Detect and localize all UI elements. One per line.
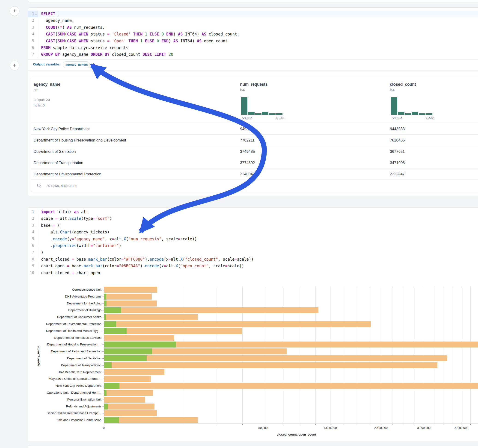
code-text: COUNT(*) AS num_requests,	[41, 24, 105, 31]
table-row[interactable]: New York City Police Department945313194…	[31, 123, 478, 135]
code-line[interactable]: 7GROUP BY agency_name ORDER BY closed_co…	[28, 51, 478, 58]
table-cell: New York City Police Department	[34, 123, 90, 134]
code-text: CAST(SUM(CASE WHEN status = 'Closed' THE…	[41, 31, 239, 37]
table-cell: Department of Environmental Protection	[34, 168, 101, 180]
text-cursor	[58, 12, 58, 16]
code-line[interactable]: 2 agency_name,	[28, 17, 478, 24]
code-line[interactable]: 7)	[28, 249, 478, 256]
column-stat: unique: 20	[34, 98, 50, 102]
table-cell: Department of Sanitation	[34, 146, 76, 157]
code-text: alt.Chart(agency_tickets)	[41, 229, 110, 236]
code-text: chart_closed + chart_open	[41, 270, 100, 276]
line-number: 10	[28, 270, 38, 276]
code-line[interactable]: 5 CAST(SUM(CASE WHEN status = 'Open' THE…	[28, 38, 478, 44]
table-cell: 3749485	[240, 146, 255, 157]
histogram-bar	[398, 112, 404, 115]
column-type: i64	[240, 88, 245, 92]
code-line[interactable]: 3 COUNT(*) AS num_requests,	[28, 24, 478, 31]
line-number: 9	[28, 263, 38, 269]
line-number: 3⌄	[28, 222, 38, 229]
code-text: FROM sample_data.nyc.service_requests	[41, 44, 128, 51]
code-text: .properties(width="container")	[41, 243, 121, 249]
table-footer: 20 rows, 4 columns	[31, 180, 478, 192]
output-variable-label: Output variable:	[33, 62, 60, 66]
histogram-bar	[419, 113, 425, 115]
line-number: 5	[28, 236, 38, 243]
code-line[interactable]: 4 CAST(SUM(CASE WHEN status = 'Closed' T…	[28, 31, 478, 37]
code-text: SELECT	[41, 11, 58, 17]
column-histogram	[391, 97, 432, 115]
python-code-editor[interactable]: 1import altair as alt2scale = alt.Scale(…	[28, 209, 478, 276]
column-type: str	[34, 88, 38, 92]
line-number: 6	[28, 44, 38, 51]
histogram-bar	[276, 113, 283, 115]
sql-code-editor[interactable]: 1⌄SELECT 2 agency_name,3 COUNT(*) AS num…	[28, 11, 478, 58]
divider	[28, 59, 478, 60]
code-text: GROUP BY agency_name ORDER BY closed_cou…	[41, 51, 173, 58]
code-text: base = (	[41, 222, 60, 229]
fold-chevron-icon[interactable]: ⌄	[34, 11, 38, 17]
histogram-bar	[248, 112, 254, 115]
code-line[interactable]: 3⌄base = (	[28, 222, 478, 229]
previous-cell-edge	[28, 0, 478, 2]
line-number: 8	[28, 256, 38, 263]
histogram-bar	[262, 112, 268, 115]
code-line[interactable]: 1import altair as alt	[28, 209, 478, 215]
histogram-bar	[255, 113, 262, 115]
table-row[interactable]: Department of Sanitation37494853677651	[31, 146, 478, 157]
code-text: CAST(SUM(CASE WHEN status = 'Open' THEN …	[41, 38, 228, 44]
code-line[interactable]: 5 .encode(y="agency_name", x=alt.X("num_…	[28, 236, 478, 243]
table-cell: 3677651	[390, 146, 405, 157]
table-cell: 2240041	[240, 168, 255, 180]
table-row[interactable]: Department of Environmental Protection22…	[31, 168, 478, 180]
code-line[interactable]: 10chart_closed + chart_open	[28, 270, 478, 276]
line-number: 4	[28, 229, 38, 236]
column-histogram	[241, 97, 283, 115]
code-line[interactable]: 1⌄SELECT	[28, 11, 478, 17]
table-cell: Department of Housing Preservation and D…	[34, 135, 126, 146]
result-table: 20 rows, 4 columns agency_namestrunique:…	[31, 77, 478, 192]
notebook-page: { "colors": { "arrow": "#2E5BDF", "bar_c…	[0, 0, 478, 448]
column-header[interactable]: agency_name	[34, 82, 60, 87]
code-text: scale = alt.Scale(type="sqrt")	[41, 215, 112, 222]
table-row[interactable]: Department of Housing Preservation and D…	[31, 134, 478, 146]
histogram-bar	[412, 112, 418, 115]
line-number: 2	[28, 215, 38, 222]
add-cell-button-output[interactable]: +	[10, 61, 19, 70]
histogram-bar	[391, 97, 397, 115]
code-text: .encode(y="agency_name", x=alt.X("num_re…	[41, 236, 197, 243]
histogram-bar	[269, 113, 275, 115]
column-header[interactable]: closed_count	[390, 82, 416, 87]
table-cell: 3471908	[390, 157, 405, 168]
line-number: 4	[28, 31, 38, 37]
divider	[28, 70, 478, 70]
column-header[interactable]: num_requests	[240, 82, 268, 87]
line-number: 2	[28, 17, 38, 24]
code-text: import altair as alt	[41, 209, 88, 215]
code-line[interactable]: 6 .properties(width="container")	[28, 243, 478, 249]
code-text: agency_name,	[41, 17, 74, 24]
code-line[interactable]: 9chart_open = base.mark_bar(color="#8BC3…	[28, 263, 478, 269]
column-type: i64	[390, 88, 395, 92]
table-cell: Department of Transportation	[34, 157, 83, 168]
code-text: )	[41, 249, 43, 256]
histogram-max-label: 9.4e6	[393, 116, 434, 120]
table-cell: 2222847	[390, 168, 405, 180]
code-line[interactable]: 4 alt.Chart(agency_tickets)	[28, 229, 478, 236]
histogram-max-label: 9.5e6	[243, 116, 284, 120]
code-line[interactable]: 8chart_closed = base.mark_bar(color="#FF…	[28, 256, 478, 263]
search-icon[interactable]	[37, 183, 42, 188]
line-number: 7	[28, 51, 38, 58]
row-count-label: 20 rows, 4 columns	[46, 184, 77, 188]
histogram-bar	[405, 113, 411, 115]
table-cell: 3774892	[240, 157, 255, 168]
code-text: chart_closed = base.mark_bar(color="#FFC…	[41, 256, 253, 263]
output-variable-input[interactable]: agency_tickets	[63, 61, 90, 68]
code-line[interactable]: 6FROM sample_data.nyc.service_requests	[28, 44, 478, 51]
line-number: 7	[28, 249, 38, 256]
table-row[interactable]: Department of Transportation377489234719…	[31, 157, 478, 168]
fold-chevron-icon[interactable]: ⌄	[34, 222, 38, 229]
histogram-bar	[241, 97, 247, 115]
add-cell-button-top[interactable]: +	[10, 6, 19, 16]
code-line[interactable]: 2scale = alt.Scale(type="sqrt")	[28, 215, 478, 222]
